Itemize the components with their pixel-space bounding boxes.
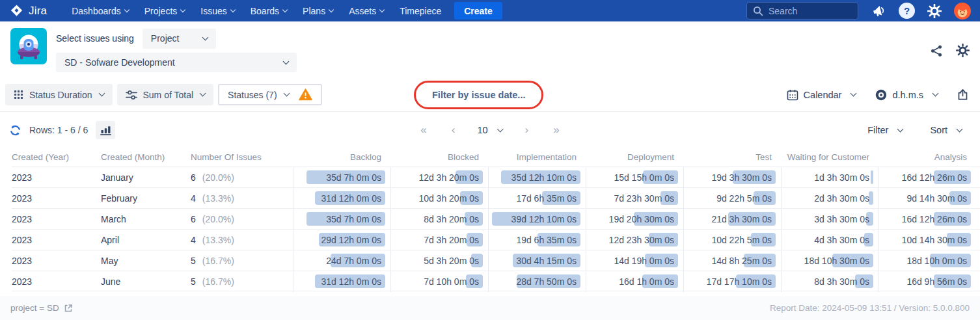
jira-logo-icon bbox=[9, 3, 24, 18]
nav-item-boards[interactable]: Boards bbox=[251, 6, 287, 16]
duration-cell: 16d 9h 56m 0s bbox=[878, 271, 976, 292]
duration-cell: 8d 3h 20m 0s bbox=[390, 209, 488, 230]
chevron-down-icon bbox=[200, 90, 206, 97]
nav-item-label: Dashboards bbox=[72, 6, 121, 16]
duration-value: 14d 8h 25m 0s bbox=[711, 256, 772, 266]
eye-target-icon bbox=[875, 89, 887, 101]
export-button[interactable] bbox=[957, 88, 968, 101]
nav-item-timepiece[interactable]: Timepiece bbox=[400, 6, 441, 16]
column-header: Created (Year) bbox=[12, 152, 101, 162]
filter-button[interactable]: Filter bbox=[867, 125, 903, 135]
avatar[interactable] bbox=[954, 3, 971, 20]
jira-logo[interactable]: Jira bbox=[9, 3, 47, 18]
project-dropdown[interactable]: SD - Sofware Development bbox=[56, 53, 297, 72]
share-icon[interactable] bbox=[930, 44, 943, 57]
duration-value: 16d 1h 0m 0s bbox=[619, 276, 674, 287]
issue-source-dropdown[interactable]: Project bbox=[143, 29, 216, 49]
search-icon bbox=[753, 6, 763, 16]
date-filter-button[interactable]: Filter by issue date... bbox=[432, 90, 525, 100]
duration-value: 3d 3h 30m 0s bbox=[814, 214, 869, 224]
status-duration-table: Created (Year)Created (Month)Number Of I… bbox=[0, 147, 980, 291]
duration-cell: 39d 12h 10m 0s bbox=[488, 209, 586, 230]
refresh-icon[interactable] bbox=[9, 124, 21, 137]
table-header: Created (Year)Created (Month)Number Of I… bbox=[12, 147, 980, 167]
nav-menu: DashboardsProjectsIssuesBoardsPlansAsset… bbox=[72, 6, 441, 16]
last-page-button[interactable]: » bbox=[551, 124, 562, 137]
duration-bar bbox=[869, 191, 873, 205]
duration-cell: 5d 3h 20m 0s bbox=[390, 250, 488, 271]
issue-percent: (20.0%) bbox=[202, 214, 234, 224]
duration-value: 12d 23h 30m 0s bbox=[609, 235, 674, 245]
duration-cell: 14d 8h 25m 0s bbox=[683, 250, 781, 271]
nav-item-issues[interactable]: Issues bbox=[200, 6, 234, 16]
table-row: 2023June5(16.7%)31d 12h 0m 0s7d 10h 0m 0… bbox=[12, 271, 980, 291]
calendar-icon bbox=[787, 89, 798, 101]
external-link-icon bbox=[64, 304, 73, 313]
page-size-select[interactable]: 10 bbox=[477, 125, 502, 135]
duration-value: 5d 3h 20m 0s bbox=[424, 256, 479, 266]
duration-cell: 18d 10h 0m 0s bbox=[878, 250, 976, 271]
create-button[interactable]: Create bbox=[454, 2, 502, 20]
report-settings-gear-icon[interactable] bbox=[956, 44, 970, 57]
search-input[interactable] bbox=[769, 6, 847, 16]
statuses-button[interactable]: Statuses (7) bbox=[218, 84, 321, 105]
table-row: 2023March6(20.0%)35d 7h 0m 0s8d 3h 20m 0… bbox=[12, 208, 980, 229]
nav-item-dashboards[interactable]: Dashboards bbox=[72, 6, 129, 16]
jira-logo-text: Jira bbox=[29, 5, 47, 18]
duration-value: 16d 9h 56m 0s bbox=[906, 276, 967, 287]
aggregation-button[interactable]: Sum of Total bbox=[117, 84, 214, 105]
duration-value: 9d 22h 5m 0s bbox=[716, 193, 772, 204]
nav-item-plans[interactable]: Plans bbox=[303, 6, 333, 16]
duration-value: 31d 12h 0m 0s bbox=[321, 276, 381, 287]
chevron-down-icon bbox=[124, 7, 129, 12]
sort-label: Sort bbox=[930, 125, 947, 135]
report-actions bbox=[930, 44, 970, 57]
nav-right: ? bbox=[746, 2, 971, 20]
issue-count-cell: 5(16.7%) bbox=[191, 271, 293, 292]
issue-source-controls: Select issues using Project SD - Sofware… bbox=[56, 28, 297, 72]
column-header: Test bbox=[683, 152, 781, 162]
nav-item-assets[interactable]: Assets bbox=[349, 6, 384, 16]
announcements-icon[interactable] bbox=[871, 3, 886, 19]
prev-page-button[interactable]: ‹ bbox=[449, 124, 458, 137]
issue-percent: (13.3%) bbox=[202, 193, 234, 204]
time-format-button[interactable]: d.h.m.s bbox=[875, 89, 938, 101]
jql-link[interactable]: project = SD bbox=[10, 303, 73, 313]
duration-value: 10d 22h 5m 0s bbox=[711, 235, 772, 245]
nav-item-label: Projects bbox=[144, 6, 178, 16]
column-header: Implementation bbox=[488, 152, 586, 162]
month-cell: June bbox=[101, 271, 191, 292]
month-cell: March bbox=[101, 209, 191, 230]
select-issues-label: Select issues using bbox=[56, 33, 134, 44]
duration-value: 2d 3h 30m 0s bbox=[814, 193, 869, 204]
duration-value: 30d 4h 15m 0s bbox=[516, 256, 577, 266]
next-page-button[interactable]: › bbox=[523, 124, 532, 137]
issue-count: 4 bbox=[191, 235, 196, 245]
chart-view-button[interactable] bbox=[96, 121, 115, 139]
duration-value: 15d 15h 0m 0s bbox=[614, 172, 674, 183]
report-toolbar: Status Duration Sum of Total Statuses (7… bbox=[0, 79, 980, 112]
year-cell: 2023 bbox=[12, 250, 101, 271]
duration-cell: 19d 6h 35m 0s bbox=[488, 230, 586, 250]
duration-value: 16d 12h 26m 0s bbox=[902, 172, 967, 183]
issue-count: 4 bbox=[191, 193, 196, 204]
help-icon[interactable]: ? bbox=[899, 3, 915, 19]
nav-item-label: Issues bbox=[200, 6, 226, 16]
search-box[interactable] bbox=[746, 2, 858, 20]
calendar-view-button[interactable]: Calendar bbox=[787, 89, 856, 101]
duration-cell: 16d 1h 0m 0s bbox=[586, 271, 683, 292]
duration-cell: 17d 6h 35m 0s bbox=[488, 188, 586, 209]
chevron-down-icon bbox=[379, 7, 385, 12]
date-filter-wrap: Filter by issue date... bbox=[432, 89, 525, 101]
gear-icon[interactable] bbox=[927, 4, 942, 18]
duration-value: 4d 3h 30m 0s bbox=[814, 235, 869, 245]
report-type-button[interactable]: Status Duration bbox=[5, 84, 113, 105]
pager-row: Rows: 1 - 6 / 6 « ‹ 10 › » bbox=[0, 120, 980, 140]
sort-button[interactable]: Sort bbox=[930, 125, 962, 135]
duration-value: 19d 3h 30m 0s bbox=[711, 172, 772, 183]
nav-item-projects[interactable]: Projects bbox=[144, 6, 185, 16]
duration-value: 14d 19h 0m 0s bbox=[614, 256, 674, 266]
warning-icon bbox=[299, 88, 312, 101]
duration-value: 35d 7h 0m 0s bbox=[326, 172, 381, 183]
first-page-button[interactable]: « bbox=[418, 124, 429, 137]
